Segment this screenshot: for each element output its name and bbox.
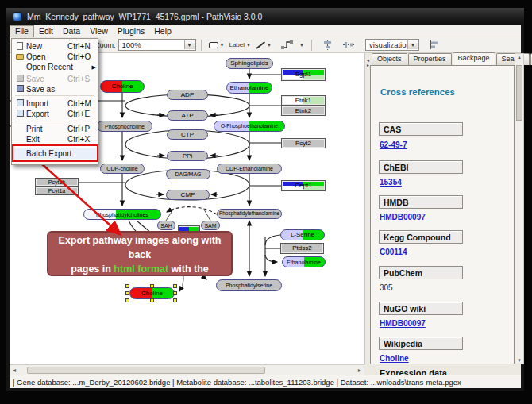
xref-section-nugo: NuGO wiki [379,302,463,315]
menu-item-save-as[interactable]: Save as [13,84,96,94]
align-center-vertical-icon[interactable] [322,40,333,50]
selection-handle[interactable] [125,291,129,295]
gene-node-sgpl1[interactable]: Sgpl1 [281,68,326,81]
gene-node-pcyt1a[interactable]: Pcyt1a [35,187,79,195]
node-cmp[interactable]: CMP [166,190,210,200]
annotation-line2-post: with the [168,264,209,275]
node-phosphatidylcholines[interactable]: Phosphatidylcholines [83,209,161,220]
node-o-phosphoethanolamine[interactable]: O-Phosphoethanolamine [214,121,285,132]
menu-file[interactable]: File [10,25,34,37]
menu-item-save[interactable]: Save Ctrl+S [13,74,96,84]
node-phosphocholine[interactable]: Phosphocholine [97,121,152,132]
new-file-icon [13,42,26,52]
xref-section-kegg: Kegg Compound [379,230,463,244]
menu-data[interactable]: Data [58,25,85,37]
node-dag-mag[interactable]: DAG/MAG [166,169,210,179]
menu-item-exit[interactable]: Exit Ctrl+X [13,134,96,144]
connector-tool[interactable]: ▼ [276,40,304,50]
node-phosphatidylserine[interactable]: Phosphatidylserine [216,279,282,291]
xref-section-cas: CAS [379,122,463,136]
xref-link-kegg[interactable]: C00114 [380,248,407,256]
vertical-scroll-thumb[interactable] [516,65,522,121]
xref-link-hmdb[interactable]: HMDB00097 [380,213,426,221]
node-cdp-ethanolamine[interactable]: CDP-Ethanolamine [217,164,282,174]
label-tool-text: Label [229,41,245,48]
node-sphingolipids[interactable]: Sphingolipids [226,58,273,69]
selection-handle[interactable] [173,291,177,295]
connector-tool-icon [281,40,293,50]
node-cdp-choline[interactable]: CDP-choline [100,164,145,174]
xref-link-wikipedia[interactable]: Choline [380,354,409,363]
menu-item-open[interactable]: Open Ctrl+O [13,52,96,62]
menu-item-export[interactable]: Export Ctrl+E [13,109,96,119]
selection-handle[interactable] [150,298,154,302]
gene-node-etnk2[interactable]: Etnk2 [281,106,326,116]
zoom-dropdown-arrow[interactable]: ▼ [184,40,195,49]
xref-link-cas[interactable]: 62-49-7 [380,140,407,149]
node-choline-top[interactable]: Choline [100,80,145,93]
node-phosphatidylethanolamine[interactable]: Phosphatidylethanolamine [217,209,282,219]
node-atp[interactable]: ATP [167,110,208,121]
horizontal-scroll-thumb[interactable] [27,367,265,374]
open-folder-icon [13,53,26,61]
window-title: Mm_Kennedy_pathway_WP1771_45176.gpml - P… [27,12,262,21]
node-l-serine[interactable]: L-Serine [280,229,325,240]
align-center-horizontal-icon[interactable] [343,40,355,50]
menu-help[interactable]: Help [149,25,176,37]
label-tool[interactable]: Label▼ [229,41,251,48]
node-sam[interactable]: SAM [201,221,220,230]
tab-search[interactable]: Search [496,53,530,65]
selection-handle[interactable] [125,298,129,302]
submenu-arrow-icon: ▶ [92,64,96,71]
selection-handle[interactable] [150,284,154,288]
panel-vertical-scrollbar[interactable]: ▲ ▼ [515,53,524,364]
line-tool[interactable]: ▼ [256,41,272,49]
node-ethanolamine-top[interactable]: Ethanolamine [226,82,272,94]
node-ppi[interactable]: PPi [167,151,208,161]
menu-edit[interactable]: Edit [34,25,58,37]
menu-item-new[interactable]: New Ctrl+N [13,41,96,52]
datanode-tool[interactable]: ▼ [209,42,225,48]
menu-item-print[interactable]: Print Ctrl+P [13,124,96,134]
panel-splitter[interactable]: ◄► [364,53,370,364]
gene-node-pcyt2[interactable]: Pcyt2 [281,138,326,148]
node-ethanolamine-bottom[interactable]: Ethanolamine [282,256,326,267]
align-left-icon[interactable] [429,40,441,50]
visualization-value: visualization [369,40,411,49]
menu-separator [15,95,94,96]
node-choline-selected[interactable]: Choline [129,287,175,299]
xref-link-nugo[interactable]: HMDB00097 [380,319,426,328]
menu-plugins[interactable]: Plugins [113,25,149,37]
selection-handle[interactable] [125,284,129,288]
pathvisio-window: Mm_Kennedy_pathway_WP1771_45176.gpml - P… [6,8,524,391]
title-bar[interactable]: Mm_Kennedy_pathway_WP1771_45176.gpml - P… [6,8,524,25]
scroll-down-icon[interactable]: ▼ [515,358,523,363]
xref-link-chebi[interactable]: 15354 [380,178,402,187]
node-adp[interactable]: ADP [167,90,208,100]
save-as-disk-icon [13,85,26,94]
menu-item-open-recent[interactable]: Open Recent ▶ [13,62,96,72]
selection-handle[interactable] [173,298,177,302]
node-sah[interactable]: SAH [157,221,175,230]
scroll-right-icon[interactable]: ► [355,367,364,373]
selection-handle[interactable] [173,284,177,288]
gene-node-ptdss2[interactable]: Ptdss2 [280,243,324,254]
visualization-dropdown-arrow[interactable]: ▼ [407,40,418,49]
menu-item-import[interactable]: Import Ctrl+M [13,98,96,109]
tab-properties[interactable]: Properties [408,53,452,65]
line-tool-icon [256,41,265,49]
menu-view[interactable]: View [85,25,113,37]
tab-objects[interactable]: Objects [372,53,407,65]
visualization-combobox[interactable]: visualization ▼ [365,39,419,51]
gene-node-pcyt1b[interactable]: Pcyt1b [35,178,79,187]
gene-node-cept1[interactable]: Cept1 [281,180,326,191]
node-ctp[interactable]: CTP [167,129,208,140]
scroll-left-icon[interactable]: ◄ [10,367,19,373]
status-text: | Gene database: ...m_Derby_20120602.bri… [13,378,461,387]
scroll-up-icon[interactable]: ▲ [515,55,523,60]
gene-node-etnk1[interactable]: Etnk1 [281,95,326,106]
canvas-horizontal-scrollbar[interactable]: ◄ ► [10,364,364,375]
zoom-combobox[interactable]: 100% ▼ [118,39,196,51]
tab-backpage[interactable]: Backpage [453,52,495,65]
save-disk-icon [13,75,26,83]
